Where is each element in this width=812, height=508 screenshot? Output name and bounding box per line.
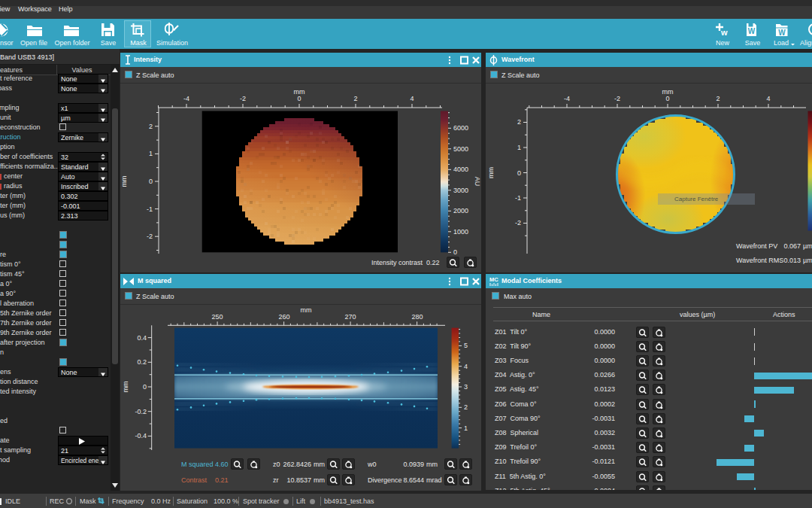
svg-text:270: 270 xyxy=(344,313,356,321)
svg-text:0: 0 xyxy=(453,248,457,256)
svg-text:0.2: 0.2 xyxy=(137,358,147,366)
svg-text:2: 2 xyxy=(517,118,521,126)
svg-text:2000: 2000 xyxy=(453,207,468,214)
svg-text:4: 4 xyxy=(464,363,468,370)
svg-text:-4: -4 xyxy=(564,95,570,102)
svg-text:250: 250 xyxy=(211,313,223,321)
svg-text:2: 2 xyxy=(464,403,468,411)
svg-text:mm: mm xyxy=(662,88,674,96)
svg-text:3: 3 xyxy=(464,383,468,391)
svg-text:5000: 5000 xyxy=(453,145,468,153)
svg-text:w: w xyxy=(720,28,728,37)
svg-text:3000: 3000 xyxy=(453,187,468,194)
svg-text:-2: -2 xyxy=(147,233,153,240)
svg-text:0.4: 0.4 xyxy=(137,334,147,342)
svg-text:2: 2 xyxy=(716,95,720,102)
svg-text:260: 260 xyxy=(278,313,289,321)
svg-text:-2: -2 xyxy=(515,219,521,227)
svg-text:1: 1 xyxy=(464,424,468,432)
svg-text:mm: mm xyxy=(301,306,312,314)
svg-text:0: 0 xyxy=(517,169,521,177)
svg-text:4000: 4000 xyxy=(453,166,468,173)
svg-text:-1: -1 xyxy=(515,194,521,202)
svg-text:2: 2 xyxy=(149,123,153,130)
svg-text:-0.2: -0.2 xyxy=(135,408,147,415)
svg-text:-2: -2 xyxy=(240,95,246,102)
svg-text:4: 4 xyxy=(766,95,770,102)
svg-text:mm: mm xyxy=(122,382,129,393)
svg-text:1: 1 xyxy=(517,144,521,151)
svg-text:4: 4 xyxy=(410,95,414,102)
svg-text:280: 280 xyxy=(411,313,423,321)
svg-text:mm: mm xyxy=(294,88,305,96)
svg-text:AU: AU xyxy=(474,177,481,187)
svg-text:-1: -1 xyxy=(147,205,153,213)
svg-text:mm: mm xyxy=(487,167,495,178)
svg-text:-4: -4 xyxy=(183,95,189,102)
svg-text:2: 2 xyxy=(353,95,357,102)
svg-text:1: 1 xyxy=(149,150,153,157)
svg-text:0: 0 xyxy=(143,383,147,391)
svg-text:1000: 1000 xyxy=(453,228,468,236)
svg-text:0: 0 xyxy=(297,95,301,102)
svg-text:0: 0 xyxy=(149,178,153,185)
svg-text:W: W xyxy=(778,29,786,37)
svg-text:-0.4: -0.4 xyxy=(135,432,147,440)
svg-text:-2: -2 xyxy=(614,95,620,102)
svg-text:0: 0 xyxy=(665,95,669,102)
svg-text:5: 5 xyxy=(464,342,468,349)
svg-text:MC: MC xyxy=(489,276,498,283)
svg-text:mm: mm xyxy=(120,176,128,187)
svg-text:W: W xyxy=(748,27,756,35)
svg-text:6000: 6000 xyxy=(453,124,468,132)
